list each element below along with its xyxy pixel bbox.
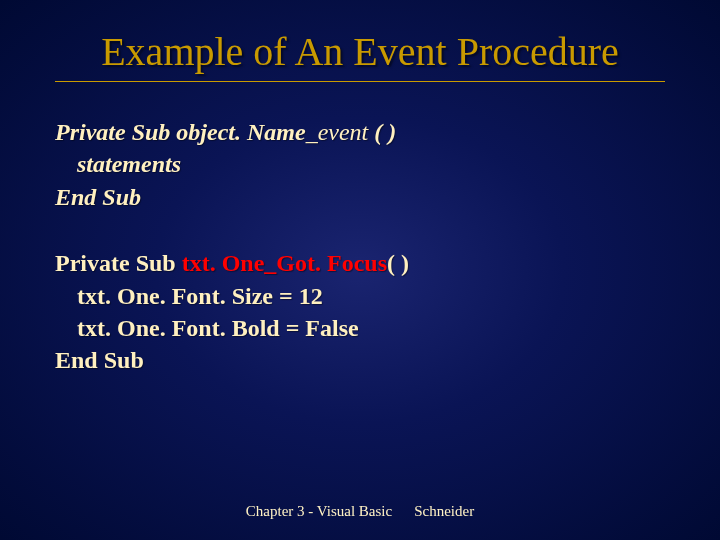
syntax-event-suffix: _event: [306, 119, 369, 145]
example-proc-name: txt. One_Got. Focus: [182, 250, 387, 276]
example-line-4: End Sub: [55, 344, 665, 376]
keyword-private-sub: Private Sub: [55, 119, 176, 145]
keyword-private-sub: Private Sub: [55, 250, 182, 276]
syntax-line-3: End Sub: [55, 181, 665, 213]
example-parens: ( ): [387, 250, 409, 276]
syntax-line-1: Private Sub object. Name_event ( ): [55, 116, 665, 148]
example-line-3: txt. One. Font. Bold = False: [55, 312, 665, 344]
slide-title: Example of An Event Procedure: [55, 28, 665, 82]
example-line-1: Private Sub txt. One_Got. Focus( ): [55, 247, 665, 279]
example-block: Private Sub txt. One_Got. Focus( ) txt. …: [55, 247, 665, 377]
footer-chapter: Chapter 3 - Visual Basic: [246, 503, 392, 519]
slide: Example of An Event Procedure Private Su…: [0, 0, 720, 540]
footer: Chapter 3 - Visual BasicSchneider: [0, 503, 720, 520]
footer-author: Schneider: [414, 503, 474, 519]
example-line-2: txt. One. Font. Size = 12: [55, 280, 665, 312]
syntax-line-2: statements: [55, 148, 665, 180]
syntax-parens: ( ): [368, 119, 396, 145]
syntax-block: Private Sub object. Name_event ( ) state…: [55, 116, 665, 213]
syntax-object-name: object. Name: [176, 119, 305, 145]
